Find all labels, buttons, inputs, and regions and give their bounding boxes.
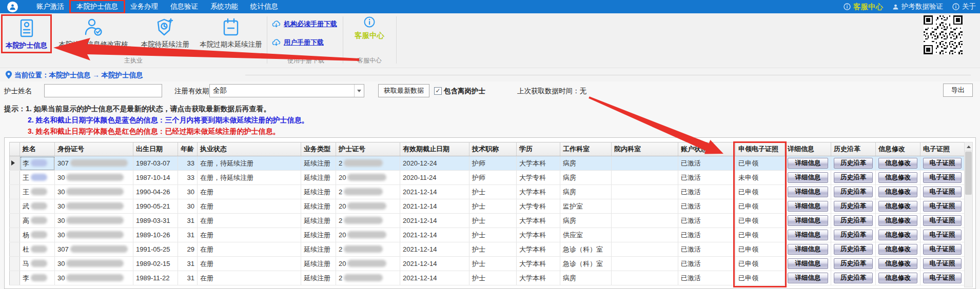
history-button[interactable]: 历史沿革 — [834, 187, 873, 197]
table-row[interactable]: 高301989-03-3131在册延续注册22021-12-14护士大学本科病房… — [10, 214, 965, 228]
elicense-button[interactable]: 电子证照 — [923, 244, 962, 255]
cell-action: 历史沿革 — [831, 257, 876, 271]
calendar-minus-icon — [221, 17, 241, 37]
modify-button[interactable]: 信息修改 — [878, 172, 917, 183]
elicense-button[interactable]: 电子证照 — [923, 258, 962, 269]
history-button[interactable]: 历史沿革 — [834, 244, 873, 255]
menu-statistics[interactable]: 统计信息 — [244, 1, 284, 13]
history-button[interactable]: 历史沿革 — [834, 215, 873, 226]
history-button[interactable]: 历史沿革 — [834, 273, 873, 283]
cell-expire-date: 2021-12-14 — [400, 271, 469, 285]
column-header-birth-date[interactable]: 出生日期 — [133, 142, 178, 156]
detail-button[interactable]: 详细信息 — [788, 158, 828, 169]
menu-account-activate[interactable]: 账户激活 — [30, 1, 70, 13]
modify-button[interactable]: 信息修改 — [878, 201, 917, 212]
detail-button[interactable]: 详细信息 — [788, 187, 828, 197]
menu-info-verification[interactable]: 信息验证 — [164, 1, 204, 13]
detail-button[interactable]: 详细信息 — [788, 244, 828, 255]
register-period-select[interactable]: 全部 — [209, 84, 364, 97]
redacted-name — [31, 231, 47, 238]
modify-button[interactable]: 信息修改 — [878, 244, 917, 255]
column-header-account-status[interactable]: 账户状态 — [678, 142, 736, 156]
column-header-elicense[interactable]: 电子证照 — [920, 142, 965, 156]
table-row[interactable]: 杜3071991-05-2529在册延续注册22021-12-14护士大学本科急… — [10, 242, 965, 257]
modify-button[interactable]: 信息修改 — [878, 215, 917, 226]
service-center-link[interactable]: 客服中心 — [844, 2, 883, 12]
ribbon-pending-renewal[interactable]: 本院待延续注册 — [135, 15, 195, 52]
column-header-business-type[interactable]: 业务类型 — [301, 142, 336, 156]
elicense-button[interactable]: 电子证照 — [923, 273, 962, 283]
cell-cert-number: 20 — [336, 257, 400, 271]
user-manual-download-link[interactable]: 用户手册下载 — [272, 38, 324, 47]
modify-button[interactable]: 信息修改 — [878, 187, 917, 197]
column-header-license-apply[interactable]: 申领电子证照 — [736, 142, 785, 156]
detail-button[interactable]: 详细信息 — [788, 215, 828, 226]
table-row[interactable]: 杨301989-10-2631在册延续注册202021-12-14护士大学本科供… — [10, 228, 965, 242]
column-header-work-dept[interactable]: 工作科室 — [560, 142, 612, 156]
table-row[interactable]: 李301989-11-2231在册延续注册22021-12-14护士大学本科病房… — [10, 271, 965, 285]
elicense-button[interactable]: 电子证照 — [923, 215, 962, 226]
menu-hospital-nurse-info[interactable]: 本院护士信息 — [70, 1, 124, 13]
export-button[interactable]: 导出 — [943, 84, 973, 97]
column-header-expire-date[interactable]: 有效期截止日期 — [400, 142, 469, 156]
column-header-practice-status[interactable]: 执业状态 — [198, 142, 301, 156]
table-row[interactable]: 王301987-10-1433在册，待延续注册延续注册202020-11-24护… — [10, 171, 965, 185]
detail-button[interactable]: 详细信息 — [788, 201, 828, 212]
detail-button[interactable]: 详细信息 — [788, 230, 828, 240]
column-header-id-number[interactable]: 身份证号 — [55, 142, 133, 156]
about-link[interactable]: 关于 — [952, 2, 976, 11]
fetch-latest-data-button[interactable]: 获取最新数据 — [378, 84, 429, 97]
table-row[interactable]: 王301990-04-2630在册延续注册22021-12-14护士大学本科病房… — [10, 185, 965, 199]
table-row[interactable]: 武301990-05-2130在册延续注册202021-12-14护士大学专科监… — [10, 199, 965, 214]
cell-business-type: 延续注册 — [301, 171, 336, 185]
org-manual-download-link[interactable]: 机构必读手册下载 — [272, 19, 337, 29]
include-off-duty-checkbox[interactable]: ✓ — [434, 87, 442, 95]
column-header-detail[interactable]: 详细信息 — [785, 142, 831, 156]
table-row[interactable]: 李3071987-03-0733在册，待延续注册延续注册22020-12-24护… — [10, 156, 965, 171]
dropdown-button[interactable] — [354, 85, 364, 97]
history-button[interactable]: 历史沿革 — [834, 201, 873, 212]
menu-business-handling[interactable]: 业务办理 — [124, 1, 164, 13]
modify-button[interactable]: 信息修改 — [878, 230, 917, 240]
elicense-button[interactable]: 电子证照 — [923, 230, 962, 240]
history-button[interactable]: 历史沿革 — [834, 230, 873, 240]
elicense-button[interactable]: 电子证照 — [923, 187, 962, 197]
vertical-scrollbar[interactable] — [964, 142, 973, 287]
exam-data-verification-link[interactable]: 护考数据验证 — [892, 2, 943, 11]
cell-birth-date: 1987-10-14 — [133, 171, 178, 185]
column-header-name[interactable]: 姓名 — [20, 142, 55, 156]
column-header-cert-number[interactable]: 护士证号 — [336, 142, 400, 156]
elicense-button[interactable]: 电子证照 — [923, 158, 962, 169]
elicense-button[interactable]: 电子证照 — [923, 201, 962, 212]
user-avatar-icon[interactable] — [7, 2, 18, 12]
detail-button[interactable]: 详细信息 — [788, 258, 828, 269]
ribbon-hospital-nurse-info[interactable]: 本院护士信息 — [1, 14, 52, 53]
detail-button[interactable]: 详细信息 — [788, 172, 828, 183]
history-button[interactable]: 历史沿革 — [834, 258, 873, 269]
column-header-history[interactable]: 历史沿革 — [831, 142, 876, 156]
table-row[interactable]: 马301989-02-1531在册延续注册202021-12-14护士大学本科急… — [10, 257, 965, 271]
column-header-modify[interactable]: 信息修改 — [876, 142, 920, 156]
ribbon-expired-not-renewed[interactable]: 本院过期未延续注册 — [199, 15, 263, 52]
nurse-table: 姓名 身份证号 出生日期 年龄 执业状态 业务类型 护士证号 有效期截止日期 技… — [9, 142, 965, 285]
nurse-name-input[interactable] — [44, 84, 162, 97]
scrollbar-thumb[interactable] — [965, 152, 972, 195]
column-header-hospital-dept[interactable]: 院内科室 — [612, 142, 678, 156]
modify-button[interactable]: 信息修改 — [878, 273, 917, 283]
column-header-education[interactable]: 学历 — [517, 142, 560, 156]
scroll-up-button[interactable] — [965, 142, 972, 151]
ribbon-service-center[interactable]: 客服中心 — [347, 16, 392, 40]
cell-hospital-dept — [612, 199, 678, 214]
history-button[interactable]: 历史沿革 — [834, 158, 873, 169]
user-icon — [892, 4, 899, 10]
column-header-tech-title[interactable]: 技术职称 — [469, 142, 517, 156]
column-header-age[interactable]: 年龄 — [178, 142, 198, 156]
modify-button[interactable]: 信息修改 — [878, 258, 917, 269]
cell-action: 信息修改 — [876, 171, 920, 185]
menu-system-functions[interactable]: 系统功能 — [204, 1, 244, 13]
modify-button[interactable]: 信息修改 — [878, 158, 917, 169]
detail-button[interactable]: 详细信息 — [788, 273, 828, 283]
history-button[interactable]: 历史沿革 — [834, 172, 873, 183]
ribbon-nurse-info-modify-review[interactable]: 本院护士信息修改审核 — [55, 15, 132, 52]
elicense-button[interactable]: 电子证照 — [923, 172, 962, 183]
